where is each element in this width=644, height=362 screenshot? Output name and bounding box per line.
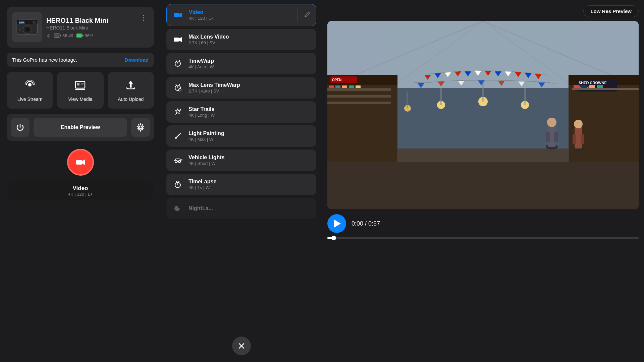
mode-item-nightlapse[interactable]: NightLa... — [166, 198, 316, 219]
nightlapse-name: NightLa... — [189, 205, 311, 212]
live-stream-button[interactable]: Live Stream — [7, 72, 53, 109]
max-lens-video-name: Max Lens Video — [189, 34, 311, 40]
device-info: HERO11 Black Mini HERO11 Black Mini — [46, 16, 135, 38]
play-button[interactable] — [327, 214, 346, 233]
mode-item-max-lens-timewarp[interactable]: Max Lens TimeWarp 2.7K | Auto | SV — [166, 77, 316, 99]
settings-button[interactable] — [131, 118, 150, 137]
mode-pill[interactable]: Video 4K | 120 | L+ — [7, 181, 154, 201]
svg-marker-23 — [82, 160, 85, 165]
svg-rect-108 — [572, 88, 639, 90]
view-media-icon — [74, 79, 86, 93]
timelapse-name: TimeLapse — [189, 179, 311, 185]
svg-rect-56 — [327, 95, 391, 98]
video-mode-spec: 4K | 120 | L+ — [189, 16, 291, 21]
device-more-button[interactable]: ⋮ — [139, 12, 149, 23]
max-lens-timewarp-spec: 2.7K | Auto | SV — [189, 88, 311, 94]
timewarp-info: TimeWarp 4K | Auto | W — [189, 58, 311, 69]
footage-notice-text: This GoPro has new footage. — [12, 57, 77, 63]
video-edit-button[interactable] — [304, 11, 311, 19]
svg-point-95 — [547, 118, 556, 127]
video-mode-info: Video 4K | 120 | L+ — [189, 9, 291, 21]
close-button[interactable] — [232, 337, 251, 355]
player-controls: 0:00 / 0:57 — [327, 209, 639, 242]
svg-rect-14 — [76, 34, 82, 37]
time-display: 0:00 / 0:57 — [352, 220, 380, 227]
light-painting-icon — [172, 130, 184, 142]
svg-rect-102 — [581, 134, 584, 144]
svg-rect-57 — [327, 102, 391, 104]
camera-thumbnail: GoPro — [12, 12, 42, 42]
timelapse-info: TimeLapse 4K | 1s | W — [189, 179, 311, 190]
mode-item-vehicle-lights[interactable]: Vehicle Lights 4K | Short | W — [166, 149, 316, 171]
svg-rect-96 — [546, 132, 550, 142]
download-button[interactable]: Download — [124, 57, 149, 63]
svg-rect-86 — [440, 88, 442, 105]
video-preview: SHED CROWNE Market OPEN — [327, 21, 639, 209]
timewarp-name: TimeWarp — [189, 58, 311, 64]
timewarp-spec: 4K | Auto | W — [189, 64, 311, 69]
svg-point-21 — [139, 126, 142, 129]
auto-upload-icon — [125, 79, 137, 93]
svg-rect-60 — [342, 85, 347, 88]
svg-rect-7 — [33, 21, 36, 24]
low-res-preview-badge: Low Res Preview — [583, 5, 639, 17]
action-grid: Live Stream View Media — [7, 72, 154, 109]
player-row: 0:00 / 0:57 — [327, 214, 639, 233]
timewarp-icon — [172, 58, 184, 70]
auto-upload-label: Auto Upload — [118, 97, 144, 102]
svg-rect-22 — [76, 160, 82, 165]
vehicle-lights-spec: 4K | Short | W — [189, 161, 311, 166]
star-trails-icon — [172, 106, 184, 118]
svg-point-32 — [180, 109, 181, 110]
svg-rect-17 — [77, 83, 79, 85]
svg-text:OPEN: OPEN — [332, 78, 341, 82]
mode-list: Video 4K | 120 | L+ Max Lens Video 2.7K … — [161, 0, 322, 362]
svg-rect-97 — [554, 132, 558, 142]
light-painting-info: Light Painting 4K | Max | W — [189, 130, 311, 142]
mode-divider — [298, 9, 298, 21]
mode-item-max-lens-video[interactable]: Max Lens Video 2.7K | 60 | SV — [166, 29, 316, 50]
svg-rect-109 — [574, 85, 580, 88]
svg-rect-13 — [83, 35, 84, 37]
light-painting-spec: 4K | Max | W — [189, 137, 311, 142]
svg-rect-112 — [597, 85, 603, 88]
svg-text:GoPro: GoPro — [19, 22, 24, 24]
live-stream-icon — [24, 79, 36, 93]
nightlapse-info: NightLa... — [189, 205, 311, 212]
svg-rect-61 — [349, 85, 354, 88]
svg-rect-24 — [174, 13, 179, 17]
svg-point-4 — [25, 28, 29, 32]
mode-item-timewarp[interactable]: TimeWarp 4K | Auto | W — [166, 53, 316, 74]
svg-point-36 — [175, 137, 177, 139]
svg-point-33 — [175, 114, 176, 115]
svg-rect-101 — [573, 134, 576, 144]
svg-rect-26 — [174, 38, 179, 42]
star-trails-spec: 4K | Long | W — [189, 113, 311, 118]
play-icon — [334, 220, 341, 228]
record-area: Video 4K | 120 | L+ — [7, 146, 154, 203]
svg-rect-92 — [407, 92, 408, 108]
record-button[interactable] — [67, 149, 94, 176]
mode-item-light-painting[interactable]: Light Painting 4K | Max | W — [166, 125, 316, 147]
auto-upload-button[interactable]: Auto Upload — [108, 72, 154, 109]
progress-bar[interactable] — [327, 237, 639, 239]
max-lens-timewarp-icon — [172, 82, 184, 94]
left-panel: GoPro HERO11 Black Mini HERO11 Black Min… — [0, 0, 161, 362]
device-header: GoPro HERO11 Black Mini HERO11 Black Min… — [12, 12, 149, 42]
progress-dot — [331, 236, 336, 240]
time-display: 56:49 — [62, 33, 73, 38]
timelapse-icon — [172, 178, 184, 190]
mode-item-video[interactable]: Video 4K | 120 | L+ — [166, 4, 316, 26]
mode-item-star-trails[interactable]: Star Trails 4K | Long | W — [166, 101, 316, 123]
mode-item-timelapse[interactable]: TimeLapse 4K | 1s | W — [166, 174, 316, 195]
view-media-button[interactable]: View Media — [57, 72, 103, 109]
enable-preview-button[interactable]: Enable Preview — [34, 118, 127, 137]
mode-spec: 4K | 120 | L+ — [15, 192, 146, 197]
svg-rect-19 — [81, 84, 83, 85]
power-button[interactable] — [11, 118, 30, 137]
nightlapse-icon — [172, 202, 184, 215]
max-lens-video-info: Max Lens Video 2.7K | 60 | SV — [189, 34, 311, 45]
right-panel: Low Res Preview — [322, 0, 644, 362]
device-card: GoPro HERO11 Black Mini HERO11 Black Min… — [7, 7, 154, 48]
controls-row: Enable Preview — [7, 114, 154, 141]
